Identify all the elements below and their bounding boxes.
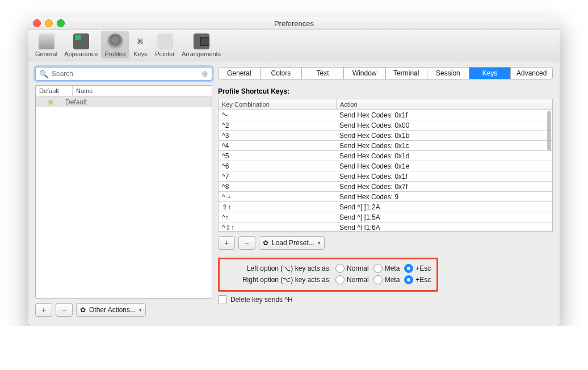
radio-meta[interactable]: Meta [373, 264, 400, 273]
key-combo: ^↑ [219, 212, 336, 222]
key-combo: ^→ [219, 192, 336, 201]
window-title: Preferences [28, 19, 560, 28]
remove-profile-button[interactable]: − [56, 303, 73, 317]
default-star-icon: ★ [47, 98, 54, 107]
radio-esc[interactable]: +Esc [404, 264, 431, 273]
shortcut-table: Key Combination Action ^-Send Hex Codes:… [218, 99, 553, 232]
toolbar-label: General [35, 51, 57, 57]
table-row[interactable]: ^⇧↑Send ^[ [1;6A [219, 222, 552, 230]
profile-actions: + − ✿ Other Actions... ▾ [35, 303, 212, 317]
toolbar-label: Profiles [104, 51, 125, 57]
radio-normal[interactable]: Normal [335, 264, 369, 273]
arrangements-icon [194, 33, 209, 49]
load-preset-dropdown[interactable]: ✿ Load Preset... ▾ [259, 236, 325, 250]
table-row[interactable]: ^6Send Hex Codes: 0x1e [219, 161, 552, 171]
key-action: Send ^[ [1;2A [336, 202, 384, 212]
radio-dot [404, 275, 413, 284]
profile-list: Default Name ★Default [35, 85, 212, 298]
radio-normal[interactable]: Normal [335, 275, 369, 284]
table-row[interactable]: ^↑Send ^[ [1;5A [219, 212, 552, 222]
toolbar-arrangements[interactable]: Arrangements [178, 31, 224, 58]
key-combo: ⇧↑ [219, 202, 336, 212]
toolbar-keys[interactable]: ⌘Keys [129, 31, 152, 58]
radio-label: Normal [347, 276, 369, 284]
key-action: Send Hex Codes: 0x7f [336, 182, 411, 191]
tab-colors[interactable]: Colors [261, 68, 303, 79]
clear-search-icon[interactable]: ⊗ [201, 69, 208, 78]
radio-meta[interactable]: Meta [373, 275, 400, 284]
table-row[interactable]: ^8Send Hex Codes: 0x7f [219, 182, 552, 192]
toolbar-pointer[interactable]: Pointer [152, 31, 178, 58]
keys-icon: ⌘ [132, 33, 148, 49]
profile-search[interactable]: 🔍 ⊗ [35, 67, 212, 81]
toolbar-label: Appearance [64, 51, 98, 57]
table-row[interactable]: ^3Send Hex Codes: 0x1b [219, 131, 552, 141]
toolbar-appearance[interactable]: Appearance [61, 31, 101, 58]
key-combo: ^- [219, 110, 336, 120]
search-icon: 🔍 [39, 70, 48, 78]
table-header: Key Combination Action [219, 99, 552, 110]
profiles-icon [107, 33, 123, 49]
profile-row[interactable]: ★Default [36, 96, 212, 107]
key-action: Send Hex Codes: 9 [336, 192, 402, 201]
table-row[interactable]: ^→Send Hex Codes: 9 [219, 192, 552, 202]
gear-icon: ✿ [263, 239, 268, 247]
col-key-combination[interactable]: Key Combination [219, 99, 337, 110]
tab-advanced[interactable]: Advanced [511, 68, 552, 79]
add-key-button[interactable]: + [218, 236, 235, 250]
search-input[interactable] [51, 69, 201, 78]
table-row[interactable]: ^2Send Hex Codes: 0x00 [219, 120, 552, 131]
key-combo: ^8 [219, 182, 336, 191]
tab-text[interactable]: Text [302, 68, 344, 79]
titlebar: Preferences [28, 17, 560, 30]
other-actions-dropdown[interactable]: ✿ Other Actions... ▾ [76, 303, 146, 317]
option-key-settings: Left option (⌥) key acts as:NormalMeta+E… [218, 258, 438, 292]
radio-esc[interactable]: +Esc [404, 275, 431, 284]
col-name[interactable]: Name [73, 86, 96, 96]
radio-label: +Esc [415, 264, 431, 272]
general-icon [39, 33, 54, 49]
table-actions: + − ✿ Load Preset... ▾ [218, 236, 553, 250]
left-option-row: Left option (⌥) key acts as:NormalMeta+E… [225, 263, 431, 274]
radio-dot [404, 264, 413, 273]
other-actions-label: Other Actions... [89, 306, 136, 314]
key-combo: ^3 [219, 131, 336, 140]
key-action: Send Hex Codes: 0x1c [336, 141, 413, 150]
preferences-window: Preferences GeneralAppearanceProfiles⌘Ke… [28, 17, 560, 326]
key-action: Send Hex Codes: 0x1e [336, 161, 413, 171]
remove-key-button[interactable]: − [238, 236, 255, 250]
add-profile-button[interactable]: + [35, 303, 52, 317]
gear-icon: ✿ [80, 306, 86, 314]
toolbar-label: Keys [133, 51, 147, 57]
key-combo: ^2 [219, 120, 336, 130]
profile-name: Default [65, 98, 87, 106]
tab-general[interactable]: General [219, 68, 261, 79]
section-title: Profile Shortcut Keys: [218, 87, 553, 95]
profile-detail: GeneralColorsTextWindowTerminalSessionKe… [218, 67, 553, 317]
table-row[interactable]: ^-Send Hex Codes: 0x1f [219, 110, 552, 120]
table-row[interactable]: ⇧↑Send ^[ [1;2A [219, 202, 552, 212]
key-action: Send Hex Codes: 0x1b [336, 131, 413, 140]
radio-label: Meta [385, 276, 400, 284]
toolbar-general[interactable]: General [32, 31, 61, 58]
radio-dot [335, 264, 345, 273]
tab-terminal[interactable]: Terminal [386, 68, 428, 79]
key-action: Send Hex Codes: 0x1f [336, 171, 411, 181]
table-row[interactable]: ^4Send Hex Codes: 0x1c [219, 141, 552, 151]
col-default[interactable]: Default [36, 86, 73, 96]
toolbar-profiles[interactable]: Profiles [101, 31, 129, 58]
key-combo: ^6 [219, 161, 336, 171]
table-row[interactable]: ^7Send Hex Codes: 0x1f [219, 171, 552, 182]
tab-session[interactable]: Session [427, 68, 469, 79]
col-action[interactable]: Action [337, 99, 361, 110]
radio-label: Meta [385, 264, 400, 272]
toolbar-label: Arrangements [182, 51, 221, 57]
table-row[interactable]: ^5Send Hex Codes: 0x1d [219, 151, 552, 161]
tab-window[interactable]: Window [344, 68, 386, 79]
delete-sends-h-checkbox[interactable] [218, 295, 227, 304]
prefs-toolbar: GeneralAppearanceProfiles⌘KeysPointerArr… [28, 30, 560, 61]
key-action: Send Hex Codes: 0x1d [336, 151, 413, 161]
tab-keys[interactable]: Keys [469, 68, 511, 79]
scrollbar[interactable] [547, 111, 551, 150]
key-combo: ^7 [219, 171, 336, 181]
